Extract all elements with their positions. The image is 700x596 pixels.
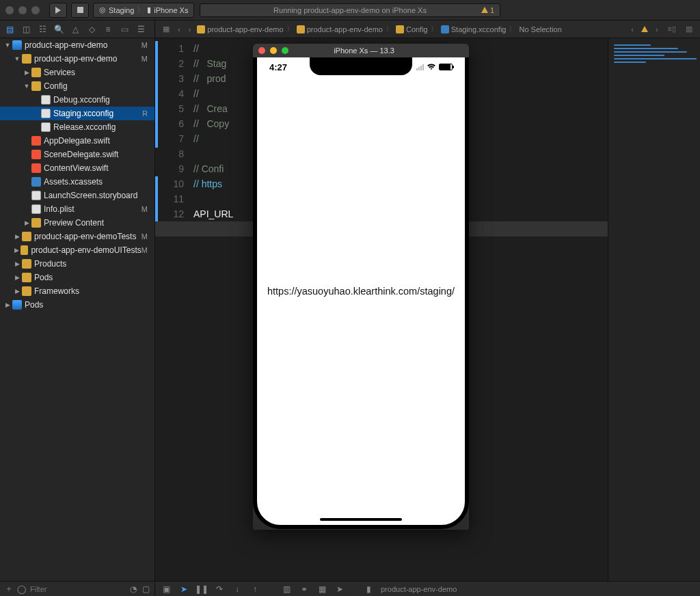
minimap[interactable]	[608, 38, 700, 581]
line-number[interactable]: 7	[155, 131, 184, 146]
disclosure-triangle-icon[interactable]: ▼	[14, 55, 21, 62]
disclosure-triangle-icon[interactable]: ▶	[14, 274, 21, 281]
report-navigator-icon[interactable]: ☰	[135, 24, 146, 35]
tree-row[interactable]: Info.plistM	[0, 202, 154, 216]
process-name[interactable]: product-app-env-demo	[381, 585, 457, 593]
close-icon[interactable]	[5, 6, 14, 14]
tree-row[interactable]: Release.xcconfig	[0, 120, 154, 134]
disclosure-triangle-icon[interactable]: ▼	[23, 83, 30, 90]
memory-graph-icon[interactable]: ⚭	[299, 584, 310, 595]
project-navigator[interactable]: ▼product-app-env-demoM▼product-app-env-d…	[0, 38, 155, 581]
breadcrumb-item[interactable]: product-app-env-demo	[197, 25, 283, 33]
line-number[interactable]: 4	[155, 86, 184, 101]
tree-row[interactable]: Assets.xcassets	[0, 175, 154, 189]
line-number[interactable]: 10	[155, 176, 184, 191]
line-number[interactable]: 11	[155, 191, 184, 206]
project-navigator-icon[interactable]: ▤	[4, 24, 15, 35]
forward-button[interactable]: ›	[187, 25, 193, 33]
disclosure-triangle-icon[interactable]: ▼	[4, 42, 11, 49]
tree-label: Assets.xcassets	[44, 177, 103, 187]
tree-row[interactable]: ▶Frameworks	[0, 284, 154, 298]
add-button[interactable]: ＋	[4, 584, 13, 595]
breadcrumb[interactable]: product-app-env-demo〉product-app-env-dem…	[197, 24, 625, 34]
line-number[interactable]: 6	[155, 116, 184, 131]
issue-navigator-icon[interactable]: △	[70, 24, 81, 35]
tree-row[interactable]: LaunchScreen.storyboard	[0, 189, 154, 202]
tree-row[interactable]: SceneDelegate.swift	[0, 148, 154, 161]
find-navigator-icon[interactable]: 🔍	[53, 24, 64, 35]
location-icon[interactable]: ➤	[334, 584, 345, 595]
tree-row[interactable]: ▶product-app-env-demoTestsM	[0, 230, 154, 243]
tree-row[interactable]: ▼product-app-env-demoM	[0, 52, 154, 66]
disclosure-triangle-icon[interactable]: ▶	[23, 69, 30, 76]
source-control-navigator-icon[interactable]: ◫	[21, 24, 31, 35]
tree-row[interactable]: ContentView.swift	[0, 161, 154, 175]
tree-row[interactable]: ▼Config	[0, 79, 154, 93]
tree-row[interactable]: ▶Services	[0, 66, 154, 79]
tree-row[interactable]: ▶Preview Content	[0, 216, 154, 230]
tree-label: Pods	[34, 273, 53, 282]
environment-overrides-icon[interactable]: ▦	[317, 584, 327, 595]
debug-navigator-icon[interactable]: ≡	[103, 24, 113, 35]
simulator-titlebar[interactable]: iPhone Xs — 13.3	[253, 44, 469, 57]
toggle-debug-area-icon[interactable]: ▣	[161, 584, 172, 595]
line-number[interactable]: 12	[155, 206, 184, 221]
line-number[interactable]: 9	[155, 161, 184, 176]
toggle-inspector-icon[interactable]: ▥	[684, 25, 695, 33]
adjust-editor-icon[interactable]: ≡▯	[666, 25, 678, 33]
issues-badge[interactable]: 1	[481, 6, 494, 14]
step-into-icon[interactable]: ↓	[232, 584, 243, 595]
filter-input[interactable]	[30, 585, 124, 593]
tree-row[interactable]: ▶Pods	[0, 271, 154, 284]
line-number[interactable]: 2	[155, 56, 184, 71]
symbol-navigator-icon[interactable]: ☷	[37, 24, 48, 35]
breadcrumb-item[interactable]: product-app-env-demo	[297, 25, 383, 33]
breadcrumb-item[interactable]: Config	[396, 25, 428, 33]
line-gutter[interactable]: 12345678910111213	[155, 38, 189, 581]
disclosure-triangle-icon[interactable]: ▶	[14, 247, 19, 254]
tree-row[interactable]: ▼product-app-env-demoM	[0, 38, 154, 52]
stop-button[interactable]	[71, 3, 89, 18]
warning-icon[interactable]	[641, 26, 648, 32]
tree-row[interactable]: AppDelegate.swift	[0, 134, 154, 148]
chevron-right-icon: 〉	[431, 24, 438, 34]
test-navigator-icon[interactable]: ◇	[86, 24, 97, 35]
line-number[interactable]: 8	[155, 146, 184, 161]
simulator-window[interactable]: iPhone Xs — 13.3 4:27 https://yasuoyuhao…	[253, 44, 469, 530]
breadcrumb-item[interactable]: No Selection	[519, 25, 561, 33]
next-issue-button[interactable]: ›	[654, 25, 660, 33]
breakpoint-navigator-icon[interactable]: ▭	[119, 24, 130, 35]
tree-row[interactable]: ▶Pods	[0, 298, 154, 312]
step-out-icon[interactable]: ↑	[250, 584, 260, 595]
run-button[interactable]	[49, 3, 67, 18]
pause-icon[interactable]: ❚❚	[196, 584, 207, 595]
debug-view-icon[interactable]: ▥	[281, 584, 292, 595]
back-button[interactable]: ‹	[176, 25, 183, 33]
tree-row[interactable]: Debug.xcconfig	[0, 93, 154, 107]
phone-screen[interactable]: 4:27 https://yasuoyuhao.klearthink.com/s…	[257, 57, 465, 525]
breadcrumb-label: No Selection	[519, 25, 561, 33]
disclosure-triangle-icon[interactable]: ▶	[14, 233, 21, 240]
disclosure-triangle-icon[interactable]: ▶	[23, 219, 30, 226]
line-number[interactable]: 5	[155, 101, 184, 116]
file-icon	[31, 163, 41, 173]
zoom-icon[interactable]	[31, 6, 40, 14]
prev-issue-button[interactable]: ‹	[629, 25, 636, 33]
line-number[interactable]: 3	[155, 71, 184, 86]
tree-row[interactable]: ▶product-app-env-demoUITestsM	[0, 243, 154, 257]
breadcrumb-item[interactable]: Staging.xcconfig	[441, 25, 507, 33]
home-indicator[interactable]	[320, 518, 402, 521]
tree-row[interactable]: ▶Products	[0, 257, 154, 271]
scheme-selector[interactable]: ◎ Staging 〉 ▮ iPhone Xs	[93, 3, 194, 18]
recent-filter-icon[interactable]: ◔	[129, 584, 137, 595]
scm-filter-icon[interactable]: ▢	[142, 584, 150, 595]
disclosure-triangle-icon[interactable]: ▶	[14, 288, 21, 295]
disclosure-triangle-icon[interactable]: ▶	[4, 301, 11, 308]
related-items-icon[interactable]: ▦	[161, 25, 172, 33]
step-over-icon[interactable]: ↷	[214, 584, 225, 595]
line-number[interactable]: 1	[155, 41, 184, 56]
breakpoints-toggle-icon[interactable]: ➤	[178, 584, 189, 595]
minimize-icon[interactable]	[18, 6, 27, 14]
tree-row[interactable]: Staging.xcconfigR	[0, 107, 154, 120]
disclosure-triangle-icon[interactable]: ▶	[14, 260, 21, 267]
